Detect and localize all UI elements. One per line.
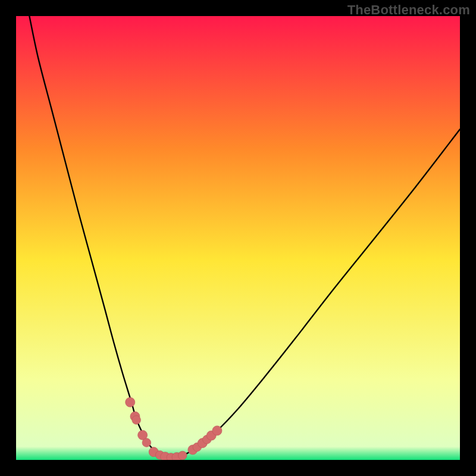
- plot-area: [16, 16, 460, 460]
- watermark-text: TheBottleneck.com: [347, 2, 470, 18]
- curve-marker: [126, 397, 135, 407]
- chart-frame: TheBottleneck.com: [0, 0, 476, 476]
- curve-marker: [178, 451, 187, 460]
- curve-marker: [212, 426, 222, 436]
- gradient-background: [16, 16, 460, 460]
- curve-marker: [142, 439, 151, 447]
- curve-marker: [132, 416, 141, 425]
- chart-svg: [16, 16, 460, 460]
